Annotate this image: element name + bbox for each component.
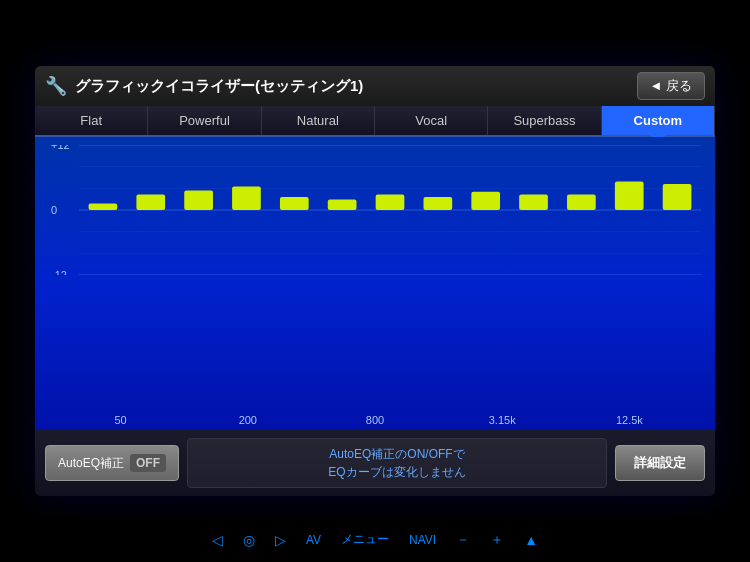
nav-av[interactable]: AV	[306, 533, 321, 547]
autoeq-label: AutoEQ補正	[58, 455, 124, 472]
freq-3k: 3.15k	[439, 414, 566, 426]
nav-circle[interactable]: ◎	[243, 532, 255, 548]
tab-vocal[interactable]: Vocal	[375, 106, 488, 135]
nav-menu[interactable]: メニュー	[341, 531, 389, 548]
eq-area: +120-12 50 200 800 3.15k 12.5k	[35, 137, 715, 430]
tab-bar: Flat Powerful Natural Vocal Superbass Cu…	[35, 106, 715, 137]
bottom-nav: ◁ ◎ ▷ AV メニュー NAVI － ＋ ▲	[0, 517, 750, 562]
page-title: グラフィックイコライザー(セッティング1)	[75, 77, 363, 96]
nav-home[interactable]: ▲	[524, 532, 538, 548]
nav-back[interactable]: ◁	[212, 532, 223, 548]
freq-50: 50	[57, 414, 184, 426]
tab-custom[interactable]: Custom	[602, 106, 715, 135]
info-text: AutoEQ補正のON/OFFでEQカーブは変化しません	[187, 438, 607, 488]
tab-superbass[interactable]: Superbass	[488, 106, 601, 135]
bottom-controls: AutoEQ補正 OFF AutoEQ補正のON/OFFでEQカーブは変化しませ…	[35, 430, 715, 496]
tab-powerful[interactable]: Powerful	[148, 106, 261, 135]
tab-flat[interactable]: Flat	[35, 106, 148, 135]
freq-labels: 50 200 800 3.15k 12.5k	[49, 412, 701, 426]
settings-icon: 🔧	[45, 75, 67, 97]
nav-navi[interactable]: NAVI	[409, 533, 436, 547]
main-screen: 🔧 グラフィックイコライザー(セッティング1) ◄ 戻る Flat Powerf…	[35, 66, 715, 496]
nav-minus[interactable]: －	[456, 531, 470, 549]
freq-200: 200	[184, 414, 311, 426]
detail-button[interactable]: 詳細設定	[615, 445, 705, 481]
eq-grid	[49, 145, 701, 412]
nav-forward[interactable]: ▷	[275, 532, 286, 548]
tab-natural[interactable]: Natural	[262, 106, 375, 135]
header: 🔧 グラフィックイコライザー(セッティング1) ◄ 戻る	[35, 66, 715, 106]
autoeq-button[interactable]: AutoEQ補正 OFF	[45, 445, 179, 481]
nav-plus[interactable]: ＋	[490, 531, 504, 549]
autoeq-state: OFF	[130, 454, 166, 472]
freq-12k: 12.5k	[566, 414, 693, 426]
back-button[interactable]: ◄ 戻る	[637, 72, 705, 100]
freq-800: 800	[311, 414, 438, 426]
